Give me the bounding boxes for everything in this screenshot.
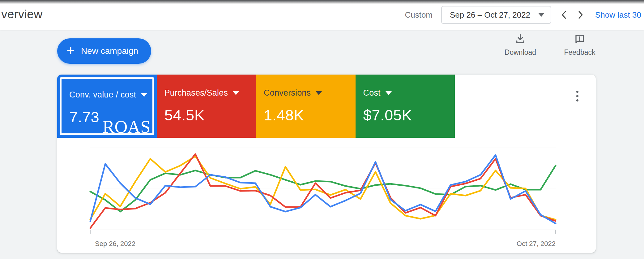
x-axis-start-label: Sep 26, 2022 (95, 240, 135, 248)
next-date-range-button[interactable] (577, 10, 585, 20)
metric-label: Conversions (264, 88, 352, 98)
feedback-button[interactable]: Feedback (560, 33, 600, 57)
metric-dropdown-arrow-icon (386, 91, 392, 95)
google-ads-overview-screen: verview Custom Sep 26 – Oct 27, 2022 Sho… (0, 0, 644, 259)
metric-value: 54.5K (164, 106, 253, 124)
scorecard-conv-value-cost[interactable]: Conv. value / cost 7.73 ROAS (57, 75, 157, 138)
show-last-30-days-link[interactable]: Show last 30 (595, 10, 644, 20)
download-button[interactable]: Download (500, 33, 540, 57)
download-icon (515, 33, 526, 45)
feedback-label: Feedback (564, 48, 595, 57)
overview-performance-card: Conv. value / cost 7.73 ROAS Purchases/S… (57, 75, 596, 253)
x-axis-end-label: Oct 27, 2022 (517, 240, 556, 248)
metric-dropdown-arrow-icon (141, 93, 147, 97)
kebab-dot (576, 99, 578, 101)
kebab-dot (576, 91, 578, 93)
dropdown-arrow-icon (538, 13, 544, 17)
date-range-value: Sep 26 – Oct 27, 2022 (450, 10, 530, 20)
roas-annotation: ROAS (103, 118, 151, 136)
metric-label: Purchases/Sales (164, 88, 253, 98)
metric-label: Conv. value / cost (69, 90, 154, 100)
metric-value: $7.05K (363, 106, 452, 124)
new-campaign-label: New campaign (81, 46, 138, 56)
chart-line-conv-value-cost (90, 155, 556, 223)
date-range-selector[interactable]: Sep 26 – Oct 27, 2022 (441, 6, 551, 24)
date-range-type-label: Custom (405, 10, 433, 20)
metric-label: Cost (363, 88, 452, 98)
metric-scorecards: Conv. value / cost 7.73 ROAS Purchases/S… (57, 75, 455, 138)
scorecard-purchases-sales[interactable]: Purchases/Sales 54.5K (157, 75, 256, 138)
scorecard-cost[interactable]: Cost $7.05K (356, 75, 455, 138)
header-bar: verview Custom Sep 26 – Oct 27, 2022 Sho… (0, 0, 644, 30)
overview-content: + New campaign Download Feedback (0, 30, 644, 259)
chevron-left-icon (560, 10, 568, 20)
new-campaign-button[interactable]: + New campaign (57, 38, 151, 64)
metric-dropdown-arrow-icon (233, 91, 239, 95)
previous-date-range-button[interactable] (560, 10, 568, 20)
card-toolbar: Download Feedback (500, 33, 600, 57)
chart-line-conversions (90, 156, 556, 220)
scorecard-conversions[interactable]: Conversions 1.48K (256, 75, 356, 138)
metric-dropdown-arrow-icon (316, 91, 322, 95)
download-label: Download (505, 48, 536, 57)
chevron-right-icon (577, 10, 585, 20)
page-title: verview (1, 7, 43, 21)
metric-value: 1.48K (264, 106, 352, 124)
date-range-controls: Custom Sep 26 – Oct 27, 2022 Show last 3… (405, 0, 644, 30)
kebab-dot (576, 95, 578, 97)
more-options-button[interactable] (573, 89, 582, 103)
feedback-icon (574, 33, 585, 45)
